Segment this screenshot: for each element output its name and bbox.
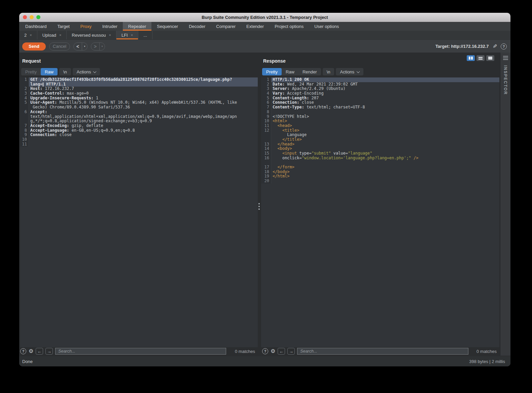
search-help-icon[interactable]: ? <box>262 348 268 354</box>
code-line <box>29 142 258 147</box>
request-match-count: 0 matches <box>235 349 255 354</box>
search-next-button[interactable]: → <box>287 348 295 355</box>
cancel-button[interactable]: Cancel <box>49 42 70 51</box>
line-number: 10 <box>261 119 271 124</box>
search-previous-button[interactable]: ← <box>278 348 285 355</box>
menu-item-dashboard[interactable]: Dashboard <box>20 22 52 31</box>
editor-row <box>261 160 499 165</box>
view-tab-pretty[interactable]: Pretty <box>21 68 41 75</box>
menu-item-proxy[interactable]: Proxy <box>75 22 97 31</box>
next-dropdown-icon[interactable]: ▾ <box>99 43 105 50</box>
line-number <box>261 137 271 142</box>
previous-request-button[interactable]: < ▾ <box>73 42 87 51</box>
code-line <box>29 137 258 142</box>
editor-row: 9Connection: close <box>20 133 258 137</box>
search-help-icon[interactable]: ? <box>20 348 26 354</box>
code-line <box>271 110 499 114</box>
menu-item-extender[interactable]: Extender <box>241 22 269 31</box>
next-request-button[interactable]: > ▾ <box>91 42 105 51</box>
line-number: 16 <box>261 156 271 161</box>
menu-item-repeater[interactable]: Repeater <box>123 22 151 31</box>
editor-row: 17 </form> <box>261 165 499 170</box>
menu-item-comparer[interactable]: Comparer <box>211 22 241 31</box>
stacked-view-button[interactable] <box>476 55 485 61</box>
view-tab-actions[interactable]: Actions <box>73 68 100 75</box>
code-line <box>271 179 499 184</box>
chevron-down-icon <box>357 70 360 73</box>
line-number <box>20 105 29 110</box>
tab-label: 2 <box>24 33 27 38</box>
menu-item-user-options[interactable]: User options <box>309 22 344 31</box>
burp-window: Burp Suite Community Edition v2021.3.1 -… <box>19 13 510 366</box>
close-window-button[interactable] <box>23 15 27 19</box>
view-tab-raw[interactable]: Raw <box>41 68 58 75</box>
side-by-side-view-button[interactable] <box>467 55 475 61</box>
view-tab-actions[interactable]: Actions <box>336 68 363 75</box>
previous-dropdown-icon[interactable]: ▾ <box>82 43 87 50</box>
zoom-window-button[interactable] <box>36 15 40 19</box>
line-number: 20 <box>261 179 271 184</box>
editor-row: Language <box>261 133 499 137</box>
line-number: 19 <box>261 174 271 179</box>
close-tab-icon[interactable]: × <box>59 33 61 37</box>
editor-row: 16 onclick="window.location='language.ph… <box>261 156 499 161</box>
line-number <box>261 160 271 165</box>
view-tab-render[interactable]: Render <box>298 68 321 75</box>
editor-row: 5Content-Length: 207 <box>261 96 499 101</box>
editor-row: 8 <box>261 110 499 114</box>
menu-item-project-options[interactable]: Project options <box>269 22 309 31</box>
editor-row: 4Upgrade-Insecure-Requests: 1 <box>20 96 258 101</box>
response-search-input[interactable] <box>297 348 468 355</box>
line-number: 1 <box>20 77 29 82</box>
close-tab-icon[interactable]: × <box>131 33 133 37</box>
editor-row: 19</html> <box>261 174 499 179</box>
search-settings-gear-icon[interactable]: ⚙ <box>271 349 275 354</box>
line-number: 8 <box>20 128 29 133</box>
response-editor[interactable]: 1HTTP/1.1 200 OK2Date: Wed, 24 Mar 2021 … <box>261 77 499 347</box>
close-tab-icon[interactable]: × <box>30 33 32 37</box>
search-settings-gear-icon[interactable]: ⚙ <box>29 349 33 354</box>
request-search-input[interactable] <box>55 348 226 355</box>
response-search-bar: ? ⚙ ← → 0 matches <box>262 347 499 355</box>
send-button[interactable]: Send <box>22 42 46 51</box>
menu-item-target[interactable]: Target <box>52 22 75 31</box>
editor-row: lang= HTTP/1.1 <box>20 82 258 87</box>
repeater-tab-lfi[interactable]: LFI× <box>116 31 138 39</box>
single-view-button[interactable] <box>486 55 494 61</box>
editor-row: text/html,application/xhtml+xml,applicat… <box>20 114 258 119</box>
menu-item-decoder[interactable]: Decoder <box>183 22 211 31</box>
repeater-tab-upload[interactable]: Upload× <box>37 31 67 39</box>
minimize-window-button[interactable] <box>30 15 34 19</box>
code-line: Gecko) Chrome/89.0.4389.90 Safari/537.36 <box>29 105 258 110</box>
previous-arrow-icon: < <box>74 43 82 50</box>
code-line: Cache-Control: max-age=0 <box>29 91 258 96</box>
code-line <box>271 160 499 165</box>
panel-splitter-handle[interactable] <box>258 203 260 210</box>
editor-row: 1GET /0cdb312366ecf1f493bc83f0fb56adda28… <box>20 77 258 82</box>
view-tab-n[interactable]: \n <box>59 68 71 75</box>
title-bar: Burp Suite Community Edition v2021.3.1 -… <box>19 13 510 22</box>
repeater-tab-row: 2×Upload×Reversed eussou×LFI×... <box>19 31 510 40</box>
view-tab-raw[interactable]: Raw <box>282 68 298 75</box>
view-tab-pretty[interactable]: Pretty <box>262 68 282 75</box>
search-previous-button[interactable]: ← <box>36 348 43 355</box>
single-pane-icon <box>488 57 492 60</box>
line-number: 1 <box>261 77 271 82</box>
repeater-tab-2[interactable]: 2× <box>19 31 37 39</box>
response-match-count: 0 matches <box>476 349 497 354</box>
inspector-sidebar[interactable]: INSPECTOR <box>500 53 510 356</box>
inspector-menu-icon[interactable] <box>503 56 508 60</box>
repeater-tab-reversed-eussou[interactable]: Reversed eussou× <box>67 31 116 39</box>
view-tab-group: PrettyRawRender <box>262 68 321 75</box>
menu-item-sequencer[interactable]: Sequencer <box>151 22 183 31</box>
request-editor[interactable]: 1GET /0cdb312366ecf1f493bc83f0fb56adda28… <box>20 77 258 347</box>
close-tab-icon[interactable]: × <box>109 33 111 37</box>
code-line: Language <box>271 133 499 137</box>
search-next-button[interactable]: → <box>45 348 53 355</box>
repeater-tab-item[interactable]: ... <box>138 31 152 39</box>
edit-target-icon[interactable]: ✎ <box>493 43 497 50</box>
traffic-lights <box>23 15 40 19</box>
help-icon[interactable]: ? <box>501 43 507 50</box>
view-tab-n[interactable]: \n <box>323 68 334 75</box>
menu-item-intruder[interactable]: Intruder <box>97 22 123 31</box>
